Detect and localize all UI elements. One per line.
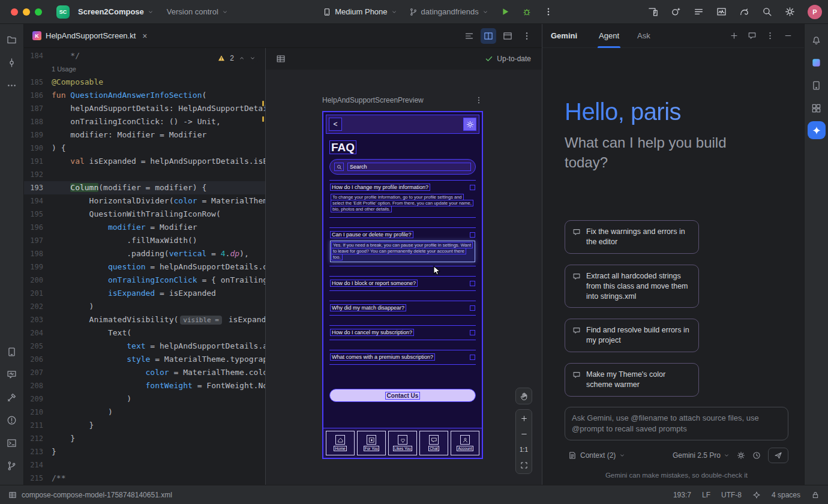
tab-close-icon[interactable]: × <box>142 32 147 40</box>
error-stripe-mark[interactable] <box>262 116 264 122</box>
commit-icon[interactable] <box>2 53 22 72</box>
debug-button[interactable] <box>517 2 536 22</box>
suggestion-card[interactable]: Make my Theme's color scheme warmer <box>565 363 699 397</box>
folder-icon[interactable] <box>2 30 22 49</box>
code-usage-hint[interactable]: 1 Usage <box>24 62 265 76</box>
indent-setting[interactable]: 4 spaces <box>772 491 800 499</box>
zoom-to-fit-button[interactable] <box>516 457 532 473</box>
logcat-icon[interactable] <box>689 2 708 22</box>
device-selector[interactable]: Medium Phone <box>318 4 401 19</box>
context-selector[interactable]: Context (2) <box>565 449 629 462</box>
gemini-tab-agent[interactable]: Agent <box>598 24 620 48</box>
code-view-button[interactable] <box>461 28 477 44</box>
send-button[interactable] <box>768 448 788 463</box>
version-control-icon[interactable] <box>2 456 22 475</box>
error-stripe-mark[interactable] <box>262 101 264 106</box>
contact-us-button[interactable]: Contact Us <box>329 389 476 402</box>
preview-more-button[interactable] <box>475 96 483 104</box>
gemini-input[interactable]: Ask Gemini, use @filename to attach sour… <box>565 407 788 440</box>
code-line[interactable]: 212 } <box>24 432 265 445</box>
lock-icon[interactable] <box>811 491 820 499</box>
code-line[interactable]: 211 } <box>24 419 265 432</box>
expand-icon[interactable] <box>470 185 475 190</box>
gemini-tab-ask[interactable]: Ask <box>636 24 652 48</box>
device-mirroring-icon[interactable] <box>643 2 662 22</box>
code-line[interactable]: 191 val isExpanded = helpAndSupportDetai… <box>24 155 265 168</box>
code-line[interactable]: 210 ) <box>24 406 265 419</box>
statusbar-file-widget[interactable]: compose-compose-model-1758748140651.xml <box>8 491 172 499</box>
zoom-out-button[interactable] <box>516 426 532 442</box>
branch-selector[interactable]: datingandfriends <box>404 4 493 19</box>
ai-assist-icon[interactable] <box>666 2 685 22</box>
code-line[interactable]: 205 text = helpAndSupportDetails.answer <box>24 340 265 353</box>
code-line[interactable]: 190) { <box>24 142 265 155</box>
app-quality-insights-icon[interactable] <box>2 365 22 384</box>
faq-item[interactable]: How do I cancel my subscription? <box>329 325 476 340</box>
code-line[interactable]: 185@Composable <box>24 76 265 89</box>
gemini-settings-button[interactable] <box>737 451 745 460</box>
faq-search-field[interactable]: Search <box>329 159 476 175</box>
notifications-icon[interactable] <box>807 30 826 49</box>
design-view-button[interactable] <box>500 28 515 44</box>
more-icon[interactable] <box>2 76 22 95</box>
file-encoding[interactable]: UTF-8 <box>721 491 742 499</box>
faq-item[interactable]: Can I pause or delete my profile?Yes. If… <box>329 227 476 266</box>
previous-warning-button[interactable] <box>239 55 245 61</box>
faq-item[interactable]: How do I block or report someone? <box>329 276 476 291</box>
code-line[interactable]: 199 question = helpAndSupportDetails.que… <box>24 260 265 274</box>
model-selector[interactable]: Gemini 2.5 Pro <box>673 451 730 460</box>
faq-item[interactable]: How do I change my profile information?T… <box>329 180 476 218</box>
code-line[interactable]: 193 Column(modifier = modifier) { <box>24 181 265 194</box>
code-line[interactable]: 208 fontWeight = FontWeight.Normal <box>24 379 265 392</box>
code-line[interactable]: 197 .fillMaxWidth() <box>24 234 265 247</box>
vcs-widget[interactable]: Version control <box>162 4 233 19</box>
preview-grid-button[interactable] <box>273 51 289 67</box>
profiler-icon[interactable] <box>712 2 731 22</box>
nav-item-chat[interactable]: Chat <box>419 431 448 455</box>
expand-icon[interactable] <box>470 281 475 286</box>
minimize-window-button[interactable] <box>23 8 30 16</box>
device-streaming-icon[interactable] <box>807 53 826 72</box>
problems-icon[interactable] <box>2 410 22 430</box>
editor-tab[interactable]: K HelpAndSupportScreen.kt × <box>24 24 154 48</box>
history-button[interactable] <box>752 451 761 460</box>
code-line[interactable]: 189 modifier: Modifier = Modifier <box>24 128 265 142</box>
code-line[interactable]: 196 modifier = Modifier <box>24 221 265 234</box>
pan-button[interactable] <box>515 388 532 404</box>
code-line[interactable]: 186fun QuestionAndAnswerInfoSection( <box>24 89 265 102</box>
code-line[interactable]: 202 ) <box>24 300 265 313</box>
close-window-button[interactable] <box>11 8 18 16</box>
code-line[interactable]: 206 style = MaterialTheme.typography <box>24 353 265 366</box>
search-icon[interactable] <box>757 2 776 22</box>
running-devices-icon[interactable] <box>2 342 22 361</box>
code-line[interactable]: 213} <box>24 445 265 458</box>
gemini-rail-button[interactable] <box>808 121 826 139</box>
device-manager-icon[interactable] <box>807 76 826 95</box>
project-selector[interactable]: Screen2Compose <box>73 4 158 19</box>
preview-canvas[interactable]: HelpAndSupportScreenPreview < FAQ Search <box>266 70 542 485</box>
user-avatar[interactable]: P <box>808 5 822 19</box>
expand-icon[interactable] <box>470 232 475 238</box>
next-warning-button[interactable] <box>250 55 256 61</box>
code-line[interactable]: 207 color = MaterialTheme.colorScheme <box>24 366 265 379</box>
gemini-more-button[interactable] <box>762 28 778 44</box>
nav-item-for-you[interactable]: For You <box>357 431 386 455</box>
expand-icon[interactable] <box>470 305 475 311</box>
suggestion-card[interactable]: Fix the warnings and errors in the edito… <box>565 220 699 254</box>
code-line[interactable]: 201 isExpanded = isExpanded <box>24 287 265 300</box>
code-line[interactable]: 204 Text( <box>24 326 265 340</box>
faq-item[interactable]: What comes with a premium subscription? <box>329 350 476 365</box>
nav-item-account[interactable]: Account <box>451 431 479 455</box>
zoom-actual-button[interactable]: 1:1 <box>516 442 532 457</box>
conversations-button[interactable] <box>744 28 760 44</box>
code-line[interactable]: 187 helpAndSupportDetails: HelpAndSuppor… <box>24 102 265 115</box>
code-line[interactable]: 194 HorizontalDivider(color = MaterialTh… <box>24 194 265 208</box>
more-run-actions-button[interactable] <box>539 2 558 22</box>
settings-icon[interactable] <box>780 2 799 22</box>
gradle-sync-icon[interactable] <box>734 2 754 22</box>
ai-status-icon[interactable] <box>752 491 761 499</box>
line-separator[interactable]: LF <box>702 491 710 499</box>
nav-item-likes-you[interactable]: Likes You <box>388 431 417 455</box>
nav-item-home[interactable]: Home <box>326 431 355 455</box>
kebab-button[interactable] <box>519 28 535 44</box>
